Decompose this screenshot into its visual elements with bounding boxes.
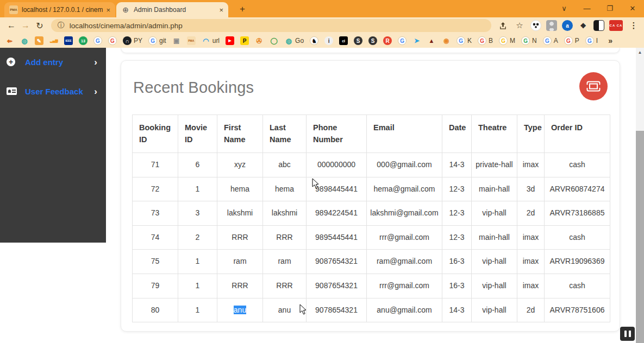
table-row: 721hemahema9898445441hema@gmail.com12-3m… [133,177,610,201]
bookmark-ieee[interactable]: IEEE [64,36,73,45]
bookmark-flame[interactable]: ▲ [427,36,436,45]
bookmark-kit[interactable]: ▣ [172,36,181,45]
table-cell: cash [545,153,610,177]
bookmark-google[interactable]: GI [585,36,598,45]
swoosh-icon: ◠ [202,36,210,45]
share-icon[interactable] [497,20,509,31]
close-button[interactable]: ✕ [621,0,644,16]
google-icon: G [457,36,465,45]
bookmark-google[interactable]: G [108,36,117,45]
bookmark-eye[interactable]: ◉ [442,36,451,45]
table-body: 716xyzabc000000000000@gmail.com14-3priva… [133,153,610,322]
site-info-icon[interactable]: ⓘ [58,21,65,30]
bookmark-google[interactable]: GK [457,36,472,45]
table-cell: ram@gmail.com [367,250,442,274]
table-cell: 9895445441 [307,225,367,250]
bookmark-google[interactable]: Ggit [148,36,166,45]
kit-icon: ▣ [172,36,181,45]
avatar-extension-icon[interactable] [546,20,557,31]
bookmark-label: url [212,37,220,45]
table-cell: anu [217,298,263,322]
bookmark-google[interactable]: GA [543,36,558,45]
tab-admin-dashboard[interactable]: ⊕ Admin Dashboard × [116,2,228,17]
bookmark-shapes[interactable]: ◆▸ [5,36,14,45]
duck-icon: ♞ [310,36,318,45]
bookmark-analytics[interactable]: ▂▄▆ [49,36,58,45]
back-button[interactable]: ← [4,18,18,33]
google-icon: G [521,36,530,45]
scroll-up-arrow-icon[interactable]: ▲ [636,50,644,55]
bookmark-p-badge[interactable]: P [240,36,249,45]
table-cell: xyz [217,153,263,177]
browser-menu-icon[interactable]: ⋮ [628,20,640,31]
table-cell: imax [517,225,545,250]
scrollbar-track[interactable]: ▲ [636,48,644,343]
tab-close-icon[interactable]: × [106,6,110,14]
google-icon: G [499,36,508,45]
maximize-button[interactable]: ❐ [598,0,621,16]
table-cell: rrr@gmail.com [367,274,442,298]
bookmark-telegram[interactable]: ➤ [412,36,421,45]
pause-indicator[interactable] [620,327,635,341]
bookmark-google[interactable]: GP [564,36,579,45]
reload-button[interactable]: ↻ [33,18,47,33]
bookmarks-overflow-icon[interactable]: » [608,36,612,45]
bookmark-badge-13[interactable]: 13 [79,36,87,45]
cl-icon: cl [339,36,348,45]
google-icon: G [564,36,573,45]
bookmark-s-badge[interactable]: S [354,36,362,45]
scrollbar-thumb[interactable] [636,131,644,343]
bookmark-github[interactable]: ∩PY [123,36,142,45]
tab-phpmyadmin[interactable]: PMA localhost / 127.0.0.1 / cinema_db × [4,2,115,17]
table-cell: ram [263,250,307,274]
bookmark-youtube[interactable]: ▶ [226,36,234,45]
new-tab-button[interactable]: + [236,3,249,16]
tab-close-icon[interactable]: × [219,6,223,14]
forward-button[interactable]: → [18,18,33,33]
table-cell: vip-hall [472,250,517,274]
bookmark-pma[interactable]: PMA [187,36,196,45]
sidebar-item-add-entry[interactable]: + Add entry › [0,51,106,73]
address-bar[interactable]: ⓘ localhost/cinema/admin/admin.php [51,19,491,32]
bookmark-google[interactable]: GB [478,36,493,45]
table-cell: 12-3 [442,201,472,226]
bookmark-google[interactable]: G [398,36,407,45]
sidebar-item-user-feedback[interactable]: User Feedback › [0,80,106,102]
table-row: 733lakshmilakshmi9894224541lakshmi@gmail… [133,201,610,226]
bookmark-swoosh[interactable]: ◠url [202,36,220,45]
r-badge-icon: R [383,36,392,45]
table-cell: 1 [178,274,217,298]
tab-search-chevron-icon[interactable]: ∨ [553,0,576,16]
bookmarks-bar: ◆▸◍✎▂▄▆IEEE13GG∩PYGgit▣PMA◠url▶P✇◯◍Go♞ic… [0,34,644,48]
bookmark-ring[interactable]: ◯ [270,36,278,45]
eye-icon: ◉ [442,36,451,45]
bookmark-swirl[interactable]: ◍ [20,36,29,45]
minimize-button[interactable]: — [576,0,598,16]
bookmark-figure[interactable]: i [324,36,333,45]
bookmark-google[interactable]: GN [521,36,537,45]
table-cell: 16-3 [442,250,472,274]
camera-icon: ✇ [255,36,264,45]
bookmark-star-icon[interactable]: ☆ [514,20,526,31]
bookmark-google[interactable]: G [93,36,102,45]
bookmark-r-badge[interactable]: R [383,36,392,45]
bookmark-google[interactable]: GM [499,36,515,45]
github-icon: ∩ [123,36,132,45]
bookmark-compose[interactable]: ✎ [35,36,43,45]
bookmark-swirl[interactable]: ◍Go [284,36,304,45]
a-circle-extension-icon[interactable]: a [562,20,573,31]
cc-extension-icon[interactable]: CA CA [609,20,623,31]
panda-extension-icon[interactable] [530,20,541,31]
bookmark-cl[interactable]: cl [339,36,348,45]
table-cell: ram [217,250,263,274]
table-cell: 12-3 [442,225,472,250]
table-cell: 6 [178,153,217,177]
bookmark-duck[interactable]: ♞ [310,36,318,45]
selected-text: anu [234,306,246,314]
bw-extension-icon[interactable] [593,20,604,31]
puzzle-extension-icon[interactable]: ❖ [578,20,589,31]
bookmark-camera[interactable]: ✇ [255,36,264,45]
google-icon: G [108,36,117,45]
bookmark-s-badge[interactable]: S [368,36,377,45]
ticket-button[interactable] [579,72,608,100]
